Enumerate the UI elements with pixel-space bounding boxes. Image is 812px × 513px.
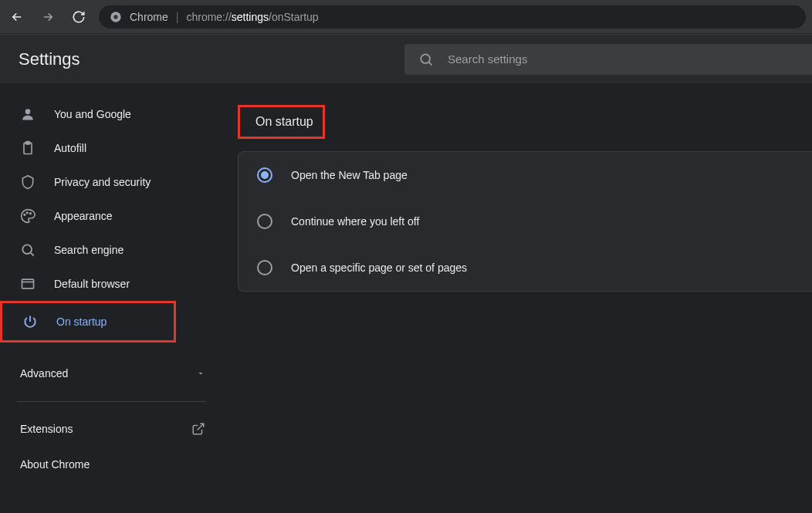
startup-option-continue[interactable]: Continue where you left off [239,198,812,245]
sidebar-link-about[interactable]: About Chrome [0,447,238,482]
option-label: Open a specific page or set of pages [291,262,467,274]
forward-button[interactable] [37,6,59,28]
power-icon [22,314,38,329]
svg-point-2 [421,54,430,63]
radio-icon [257,214,272,229]
divider [17,401,206,402]
sidebar-link-extensions[interactable]: Extensions [0,411,238,447]
search-icon [20,242,36,258]
search-settings-box[interactable] [404,44,812,75]
option-label: Open the New Tab page [291,169,408,181]
about-label: About Chrome [20,458,90,471]
radio-icon [257,260,272,275]
separator: | [176,11,179,23]
sidebar-item-label: Autofill [54,142,86,154]
browser-toolbar: Chrome | chrome://settings/onStartup [0,0,812,34]
settings-header: Settings [0,34,812,83]
option-label: Continue where you left off [291,215,419,228]
address-bar[interactable]: Chrome | chrome://settings/onStartup [99,5,806,29]
sidebar-item-label: On startup [56,316,107,328]
site-label: Chrome [130,11,168,23]
svg-point-8 [30,213,32,214]
url-text: chrome://settings/onStartup [186,11,318,23]
sidebar-item-privacy-security[interactable]: Privacy and security [0,165,224,199]
sidebar-item-label: Search engine [54,244,123,256]
sidebar-item-label: Default browser [54,278,130,290]
sidebar-item-label: Appearance [54,210,113,222]
sidebar-item-autofill[interactable]: Autofill [0,131,224,165]
svg-point-3 [25,109,31,114]
sidebar-item-search-engine[interactable]: Search engine [0,233,224,267]
sidebar-advanced-toggle[interactable]: Advanced [0,355,238,392]
sidebar-item-appearance[interactable]: Appearance [0,199,224,233]
back-button[interactable] [6,6,28,28]
startup-option-new-tab[interactable]: Open the New Tab page [239,152,812,198]
svg-rect-10 [22,279,34,289]
external-link-icon [191,422,205,436]
chrome-site-icon [110,11,122,23]
extensions-label: Extensions [20,423,73,435]
palette-icon [20,208,36,224]
svg-rect-5 [26,142,30,144]
annotation-highlight-title: On startup [238,105,325,139]
browser-icon [20,276,36,292]
svg-point-7 [26,212,28,214]
page-title: Settings [19,49,80,69]
person-icon [20,106,36,122]
startup-options-card: Open the New Tab page Continue where you… [238,151,812,292]
shield-icon [20,174,36,190]
sidebar-item-on-startup[interactable]: On startup [2,305,174,339]
reload-button[interactable] [68,6,90,28]
advanced-label: Advanced [20,367,68,380]
sidebar-item-default-browser[interactable]: Default browser [0,267,224,301]
svg-point-6 [24,214,25,216]
sidebar-item-label: You and Google [54,108,131,120]
startup-option-specific-pages[interactable]: Open a specific page or set of pages [239,245,812,291]
search-input[interactable] [448,52,798,66]
annotation-highlight-sidebar: On startup [0,301,176,343]
clipboard-icon [20,140,36,156]
section-title: On startup [246,107,323,137]
svg-point-9 [22,245,32,254]
chevron-down-icon [196,369,205,378]
main-content: On startup Open the New Tab page Continu… [238,83,812,513]
svg-point-1 [113,15,117,19]
radio-icon [257,167,272,183]
sidebar-item-you-and-google[interactable]: You and Google [0,97,224,131]
settings-sidebar: You and Google Autofill Privacy and secu… [0,83,238,513]
search-icon [418,52,434,67]
sidebar-item-label: Privacy and security [54,176,151,188]
